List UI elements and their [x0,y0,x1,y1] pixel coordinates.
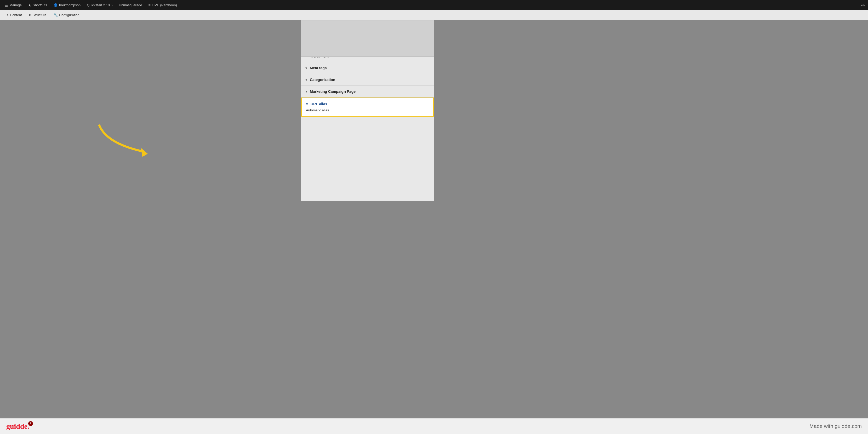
hamburger-icon: ☰ [5,3,8,7]
url-alias-header[interactable]: ∨ URL alias [302,98,433,107]
list-icon: ≡ [148,3,150,7]
svg-marker-0 [141,148,148,157]
shortcuts-menu-item[interactable]: ★ Shortcuts [25,2,50,9]
meta-tags-section: ∨ Meta tags [301,62,434,74]
arrow-annotation [92,123,165,165]
editor-area [301,20,434,57]
chevron-down-icon-2: ∨ [305,66,307,70]
admin-bar: ☰ Manage ★ Shortcuts 👤 brekthompson Quic… [0,0,434,10]
url-alias-content: Automatic alias [302,107,433,116]
main-content: Text format Full HTML Basic HTML Restric… [0,20,434,201]
wrench-icon: 🔧 [54,13,58,17]
url-alias-section: ∨ URL alias Automatic alias [301,97,434,117]
categorization-section: ∨ Categorization [301,74,434,86]
structure-nav-item[interactable]: ⑆ Structure [26,11,50,19]
quickstart-menu-item[interactable]: Quickstart 2.10.5 [84,2,115,9]
content-icon: 🗋 [5,13,9,17]
marketing-campaign-section: ∨ Marketing Campaign Page [301,86,434,97]
chevron-down-icon-4: ∨ [305,90,307,93]
star-icon: ★ [28,3,31,7]
marketing-campaign-header[interactable]: ∨ Marketing Campaign Page [301,86,434,97]
categorization-header[interactable]: ∨ Categorization [301,74,434,86]
meta-tags-header[interactable]: ∨ Meta tags [301,62,434,74]
structure-icon: ⑆ [29,13,31,17]
user-menu-item[interactable]: 👤 brekthompson [51,2,83,9]
manage-menu-item[interactable]: ☰ Manage [2,2,24,9]
unmasquerade-menu-item[interactable]: Unmasquerade [116,2,145,9]
content-nav-item[interactable]: 🗋 Content [2,11,25,19]
chevron-down-icon-3: ∨ [305,78,307,82]
nav-bar: 🗋 Content ⑆ Structure 🔧 Configuration [0,10,434,20]
live-menu-item[interactable]: ≡ LIVE (Pantheon) [146,2,179,9]
user-icon: 👤 [53,3,58,7]
configuration-nav-item[interactable]: 🔧 Configuration [51,11,82,19]
right-panel: Text format Full HTML Basic HTML Restric… [301,20,434,201]
chevron-down-icon-5: ∨ [306,102,308,106]
